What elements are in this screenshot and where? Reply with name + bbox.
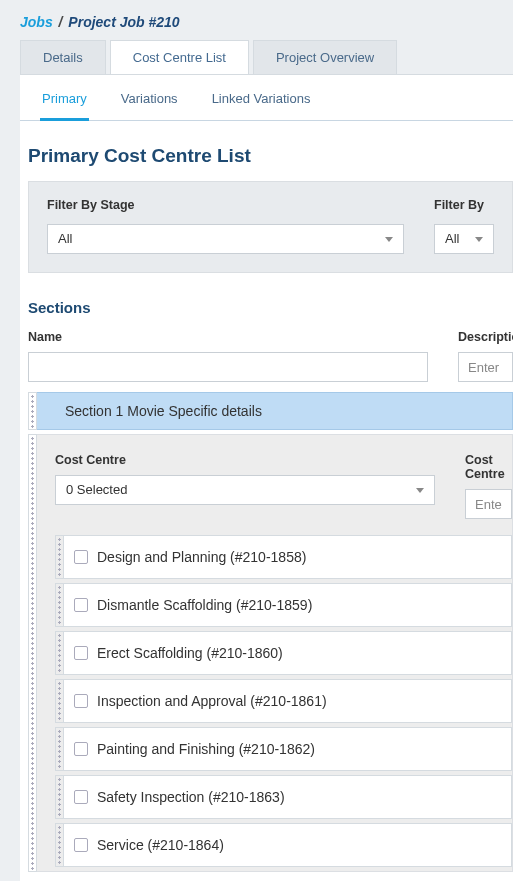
checkbox[interactable] xyxy=(74,646,88,660)
breadcrumb: Jobs / Project Job #210 xyxy=(0,0,513,40)
cost-centre-label-text: Painting and Finishing (#210-1862) xyxy=(97,741,315,757)
checkbox[interactable] xyxy=(74,694,88,708)
list-item: Safety Inspection (#210-1863) xyxy=(55,775,512,819)
drag-handle-icon[interactable] xyxy=(55,535,64,579)
filter-panel: Filter By Stage All Filter By All xyxy=(28,181,513,273)
name-field-label: Name xyxy=(28,330,428,344)
drag-handle-icon[interactable] xyxy=(28,434,37,872)
description-input[interactable] xyxy=(458,352,513,382)
subtab-linked-variations[interactable]: Linked Variations xyxy=(210,91,313,121)
cost-centre-row[interactable]: Dismantle Scaffolding (#210-1859) xyxy=(64,583,512,627)
cost-centre-row[interactable]: Painting and Finishing (#210-1862) xyxy=(64,727,512,771)
checkbox[interactable] xyxy=(74,550,88,564)
cost-centre-row[interactable]: Safety Inspection (#210-1863) xyxy=(64,775,512,819)
cost-centre-label-text: Dismantle Scaffolding (#210-1859) xyxy=(97,597,312,613)
cost-centre-label-text: Safety Inspection (#210-1863) xyxy=(97,789,285,805)
cost-centre-label: Cost Centre xyxy=(55,453,435,467)
list-item: Inspection and Approval (#210-1861) xyxy=(55,679,512,723)
cost-centre-row[interactable]: Erect Scaffolding (#210-1860) xyxy=(64,631,512,675)
page-title: Primary Cost Centre List xyxy=(20,121,513,181)
content-panel: Primary Variations Linked Variations Pri… xyxy=(20,74,513,881)
breadcrumb-root-link[interactable]: Jobs xyxy=(20,14,53,30)
section-title[interactable]: Section 1 Movie Specific details xyxy=(37,392,513,430)
name-input[interactable] xyxy=(28,352,428,382)
list-item: Dismantle Scaffolding (#210-1859) xyxy=(55,583,512,627)
filter-right-label: Filter By xyxy=(434,198,494,212)
section-header-row: Section 1 Movie Specific details xyxy=(28,392,513,430)
breadcrumb-sep: / xyxy=(57,14,65,30)
cost-centre-right-label: Cost Centre xyxy=(465,453,512,481)
drag-handle-icon[interactable] xyxy=(55,631,64,675)
cost-centre-select[interactable]: 0 Selected xyxy=(55,475,435,505)
filter-right-select[interactable]: All xyxy=(434,224,494,254)
checkbox[interactable] xyxy=(74,838,88,852)
sub-tabs: Primary Variations Linked Variations xyxy=(20,75,513,121)
drag-handle-icon[interactable] xyxy=(55,583,64,627)
checkbox[interactable] xyxy=(74,598,88,612)
tab-cost-centre-list[interactable]: Cost Centre List xyxy=(110,40,249,74)
checkbox[interactable] xyxy=(74,790,88,804)
drag-handle-icon[interactable] xyxy=(28,392,37,430)
cost-centre-right-input[interactable] xyxy=(465,489,512,519)
cost-centre-list: Design and Planning (#210-1858)Dismantle… xyxy=(55,531,512,867)
list-item: Erect Scaffolding (#210-1860) xyxy=(55,631,512,675)
filter-stage-label: Filter By Stage xyxy=(47,198,404,212)
sections-heading: Sections xyxy=(20,273,513,330)
subtab-variations[interactable]: Variations xyxy=(119,91,180,121)
cost-centre-label-text: Service (#210-1864) xyxy=(97,837,224,853)
checkbox[interactable] xyxy=(74,742,88,756)
tab-details[interactable]: Details xyxy=(20,40,106,74)
subtab-primary[interactable]: Primary xyxy=(40,91,89,121)
cost-centre-row[interactable]: Inspection and Approval (#210-1861) xyxy=(64,679,512,723)
list-item: Painting and Finishing (#210-1862) xyxy=(55,727,512,771)
cost-centre-row[interactable]: Design and Planning (#210-1858) xyxy=(64,535,512,579)
breadcrumb-current: Project Job #210 xyxy=(68,14,179,30)
drag-handle-icon[interactable] xyxy=(55,679,64,723)
filter-stage-select[interactable]: All xyxy=(47,224,404,254)
tab-project-overview[interactable]: Project Overview xyxy=(253,40,397,74)
cost-centre-label-text: Erect Scaffolding (#210-1860) xyxy=(97,645,283,661)
cost-centre-label-text: Design and Planning (#210-1858) xyxy=(97,549,306,565)
drag-handle-icon[interactable] xyxy=(55,727,64,771)
drag-handle-icon[interactable] xyxy=(55,775,64,819)
cost-centre-label-text: Inspection and Approval (#210-1861) xyxy=(97,693,327,709)
cost-centre-row[interactable]: Service (#210-1864) xyxy=(64,823,512,867)
main-tabs: Details Cost Centre List Project Overvie… xyxy=(0,40,513,74)
drag-handle-icon[interactable] xyxy=(55,823,64,867)
description-field-label: Description xyxy=(458,330,513,344)
list-item: Design and Planning (#210-1858) xyxy=(55,535,512,579)
list-item: Service (#210-1864) xyxy=(55,823,512,867)
